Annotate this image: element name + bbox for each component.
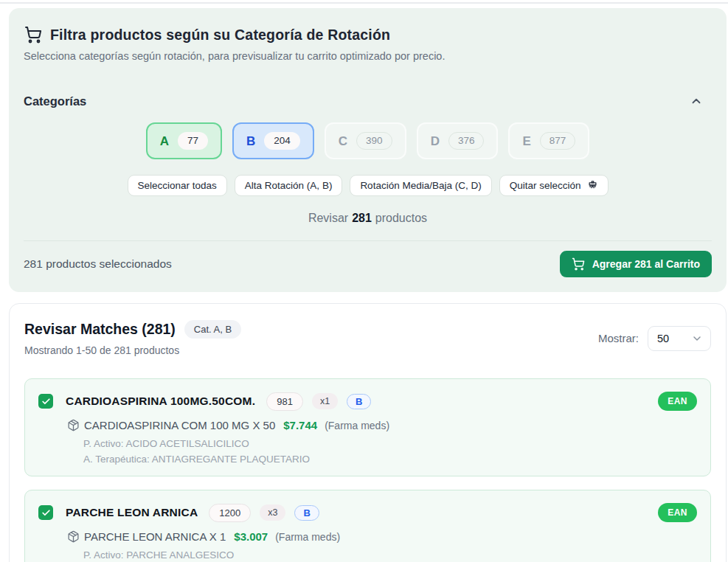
filter-card-header: Filtra productos según su Categoría de R… — [24, 26, 712, 44]
product-name: CARDIOASPIRINA 100MG.50COM. — [66, 395, 255, 408]
chevron-up-icon — [690, 94, 703, 108]
selected-count-text: 281 productos seleccionados — [24, 257, 172, 271]
category-button-d[interactable]: D 376 — [417, 122, 499, 159]
add-to-cart-button[interactable]: Agregar 281 al Carrito — [560, 251, 712, 277]
showing-range-text: Mostrando 1-50 de 281 productos — [24, 344, 241, 356]
match-row: PARCHE LEON ARNICA X 1 $3.007 (Farma med… — [38, 530, 697, 543]
matches-header: Revisar Matches (281) Cat. A, B Mostrand… — [24, 320, 711, 356]
product-card: CARDIOASPIRINA 100MG.50COM. 981 x1 B EAN… — [24, 378, 711, 476]
category-letter: A — [160, 135, 169, 148]
chevron-down-icon — [691, 333, 703, 344]
package-icon — [67, 419, 80, 431]
product-header-row: PARCHE LEON ARNICA 1200 x3 B EAN — [38, 503, 697, 522]
category-button-c[interactable]: C 390 — [325, 122, 406, 159]
review-prefix: Revisar — [308, 212, 348, 225]
category-count-badge: 204 — [264, 132, 300, 150]
matches-header-left: Revisar Matches (281) Cat. A, B Mostrand… — [24, 320, 241, 356]
categories-heading: Categorías — [24, 94, 86, 108]
show-label: Mostrar: — [598, 332, 639, 344]
page-size-value: 50 — [657, 333, 669, 344]
match-supplier: (Farma meds) — [275, 531, 340, 543]
check-icon — [41, 397, 51, 406]
quick-actions-row: Seleccionar todas Alta Rotación (A, B) R… — [24, 175, 712, 196]
rotation-filter-card: Filtra productos según su Categoría de R… — [9, 8, 727, 292]
high-rotation-button[interactable]: Alta Rotación (A, B) — [235, 175, 343, 196]
category-filter-badge: Cat. A, B — [184, 320, 241, 339]
review-suffix: productos — [375, 212, 427, 225]
clear-selection-button[interactable]: Quitar selección — [499, 175, 609, 196]
product-header-row: CARDIOASPIRINA 100MG.50COM. 981 x1 B EAN — [38, 392, 697, 411]
match-price: $7.744 — [283, 419, 317, 431]
matches-title: Revisar Matches (281) — [24, 321, 176, 338]
filter-card-subtitle: Selecciona categorías según rotación, pa… — [24, 50, 712, 62]
active-ingredient-line: P. Activo: PARCHE ANALGESICO — [38, 549, 697, 561]
mid-low-rotation-button[interactable]: Rotación Media/Baja (C, D) — [350, 175, 491, 196]
select-all-button[interactable]: Seleccionar todas — [128, 175, 227, 196]
brush-icon — [587, 180, 598, 191]
filter-card-footer: 281 productos seleccionados Agregar 281 … — [24, 240, 712, 292]
top-divider — [0, 2, 728, 4]
button-label: Alta Rotación (A, B) — [245, 180, 333, 191]
page-size-select[interactable]: 50 — [648, 326, 711, 351]
matches-card: Revisar Matches (281) Cat. A, B Mostrand… — [9, 303, 727, 562]
multiplier-badge: x3 — [260, 504, 285, 521]
category-letter: B — [246, 135, 255, 148]
category-letter: D — [431, 135, 440, 148]
review-count: 281 — [352, 212, 372, 225]
category-buttons-row: A 77 B 204 C 390 D 376 E 877 — [24, 122, 712, 159]
ean-badge: EAN — [658, 392, 697, 411]
match-price: $3.007 — [234, 530, 268, 543]
review-count-line: Revisar 281 productos — [24, 212, 712, 225]
button-label: Rotación Media/Baja (C, D) — [360, 180, 481, 191]
matches-header-right: Mostrar: 50 — [598, 326, 711, 351]
category-count-badge: 877 — [540, 132, 576, 150]
rotation-category-badge: B — [294, 505, 319, 521]
multiplier-badge: x1 — [312, 393, 338, 409]
therapeutic-action-line: A. Terapéutica: ANTIAGREGANTE PLAQUETARI… — [38, 454, 697, 465]
category-button-a[interactable]: A 77 — [146, 122, 222, 159]
filter-card-title: Filtra productos según su Categoría de R… — [50, 27, 390, 44]
category-count-badge: 77 — [178, 132, 208, 150]
check-icon — [41, 508, 51, 518]
category-button-e[interactable]: E 877 — [508, 122, 589, 159]
categories-header-row: Categorías — [24, 91, 712, 111]
product-list: CARDIOASPIRINA 100MG.50COM. 981 x1 B EAN… — [24, 378, 711, 562]
active-ingredient-line: P. Activo: ACIDO ACETILSALICILICO — [38, 438, 697, 449]
button-label: Seleccionar todas — [138, 180, 217, 191]
product-checkbox-checked[interactable] — [38, 394, 53, 409]
ean-badge: EAN — [658, 503, 697, 522]
match-name: CARDIOASPIRINA COM 100 MG X 50 — [84, 419, 275, 431]
category-count-badge: 376 — [448, 132, 485, 150]
match-row: CARDIOASPIRINA COM 100 MG X 50 $7.744 (F… — [38, 419, 697, 431]
product-name: PARCHE LEON ARNICA — [66, 506, 198, 519]
rotation-category-badge: B — [347, 394, 371, 409]
cart-icon — [572, 257, 585, 271]
collapse-categories-button[interactable] — [687, 91, 706, 111]
add-to-cart-label: Agregar 281 al Carrito — [592, 258, 700, 270]
cart-icon — [24, 26, 42, 44]
match-name: PARCHE LEON ARNICA X 1 — [84, 530, 226, 543]
package-icon — [67, 530, 80, 543]
category-button-b[interactable]: B 204 — [232, 122, 314, 159]
stock-badge: 1200 — [209, 504, 251, 522]
category-letter: C — [339, 135, 347, 148]
category-letter: E — [522, 135, 530, 148]
product-checkbox-checked[interactable] — [38, 505, 53, 520]
button-label: Quitar selección — [510, 180, 581, 191]
category-count-badge: 390 — [356, 132, 392, 150]
stock-badge: 981 — [266, 392, 303, 411]
match-supplier: (Farma meds) — [325, 420, 389, 431]
product-card: PARCHE LEON ARNICA 1200 x3 B EAN PARCHE … — [24, 490, 711, 562]
